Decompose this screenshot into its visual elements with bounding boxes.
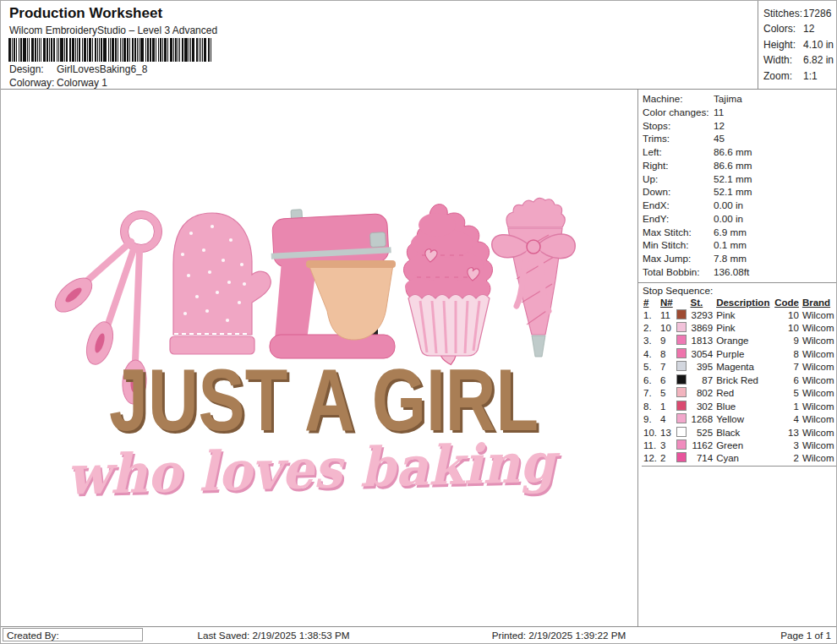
page-number: Page 1 of 1 <box>780 630 831 641</box>
stop-sequence-row: 9.41268Yellow4Wilcom <box>642 413 836 426</box>
page-title: Production Worksheet <box>9 5 162 22</box>
colorway-label: Colorway: <box>9 77 57 89</box>
stat-row: Stitches:17286 <box>758 6 836 21</box>
stop-sequence-row: 11.31162Green3Wilcom <box>642 439 836 452</box>
machine-info-row: EndY:0.00 in <box>643 212 836 226</box>
design-label: Design: <box>9 63 57 75</box>
thread-color-swatch <box>676 374 687 385</box>
last-saved-text: Last Saved: 2/19/2025 1:38:53 PM <box>145 630 402 641</box>
stand-mixer-art <box>269 205 396 358</box>
stop-sequence-row: 3.91813Orange9Wilcom <box>642 335 836 347</box>
stop-sequence-table: #N#St.DescriptionCodeBrand 1.113293Pink1… <box>642 297 836 467</box>
stop-sequence-row: 10.13525Black13Wilcom <box>642 427 836 439</box>
design-value: GirlLovesBaking6_8 <box>57 63 147 75</box>
design-preview: JUST A GIRL JUST A GIRL who loves baking… <box>1 90 637 626</box>
cupcake-art <box>404 205 493 367</box>
machine-info-list: Machine:TajimaColor changes:11Stops:12Tr… <box>638 90 836 281</box>
stop-sequence-row: 2.103869Pink10Wilcom <box>642 322 836 335</box>
stop-sequence-row: 8.1302Blue1Wilcom <box>642 401 836 413</box>
column-header: Code <box>773 297 801 309</box>
header: Production Worksheet Wilcom EmbroiderySt… <box>1 1 836 90</box>
column-header: # <box>642 297 659 309</box>
stop-sequence-row: 12.2714Cyan2Wilcom <box>642 452 836 466</box>
column-header: Description <box>714 297 773 309</box>
piping-bag-art <box>492 198 576 357</box>
machine-info-row: Color changes:11 <box>643 106 836 119</box>
thread-color-swatch <box>676 335 687 345</box>
thread-color-swatch <box>676 387 687 397</box>
machine-info-row: Down:52.1 mm <box>643 185 836 199</box>
oven-mitt-art <box>170 213 271 354</box>
machine-info-row: Min Stitch:0.1 mm <box>643 238 836 252</box>
stop-sequence-row: 7.5802Red5Wilcom <box>642 387 836 400</box>
machine-info-row: Total Bobbin:136.08ft <box>643 265 836 279</box>
column-header: N# <box>659 297 675 309</box>
machine-info-row: EndX:0.00 in <box>643 199 836 212</box>
colorway-row: Colorway:Colorway 1 <box>9 77 107 89</box>
stop-sequence-row: 4.83054Purple8Wilcom <box>642 348 836 361</box>
thread-color-swatch <box>676 348 687 358</box>
column-header: Brand <box>801 297 836 309</box>
stop-sequence-row: 5.7395Magenta7Wilcom <box>642 361 836 374</box>
machine-info-row: Trims:45 <box>643 132 836 145</box>
stat-row: Zoom:1:1 <box>758 68 836 84</box>
stop-sequence-row: 1.113293Pink10Wilcom <box>642 309 836 322</box>
machine-info-row: Stops:12 <box>643 119 836 133</box>
stop-sequence-title: Stop Sequence: <box>638 283 836 297</box>
thread-color-swatch <box>676 322 687 332</box>
stats-list: Stitches:17286Colors:12Height:4.10 inWid… <box>758 6 836 84</box>
design-text-script: who loves baking who loves baking <box>66 430 564 509</box>
thread-color-swatch <box>676 413 687 423</box>
printed-text: Printed: 2/19/2025 1:39:22 PM <box>432 630 686 641</box>
barcode-image <box>8 38 218 62</box>
stat-row: Height:4.10 in <box>758 37 836 52</box>
colorway-value: Colorway 1 <box>57 77 107 89</box>
created-by-field: Created By: <box>3 628 143 641</box>
machine-info-panel: Machine:TajimaColor changes:11Stops:12Tr… <box>637 90 836 626</box>
stat-row: Width:6.82 in <box>758 52 836 68</box>
thread-color-swatch <box>676 439 687 450</box>
thread-color-swatch <box>676 452 687 462</box>
design-name-row: Design:GirlLovesBaking6_8 <box>9 63 147 75</box>
machine-info-row: Left:86.6 mm <box>643 145 836 159</box>
thread-color-swatch <box>676 401 687 411</box>
machine-info-row: Up:52.1 mm <box>643 172 836 186</box>
machine-info-row: Max Stitch:6.9 mm <box>643 226 836 239</box>
stats-panel: Stitches:17286Colors:12Height:4.10 inWid… <box>758 1 836 89</box>
svg-text:who loves baking: who loves baking <box>66 430 562 506</box>
machine-info-row: Max Jump:7.8 mm <box>643 252 836 265</box>
column-header <box>675 297 688 309</box>
software-subtitle: Wilcom EmbroideryStudio – Level 3 Advanc… <box>9 25 217 36</box>
column-header: St. <box>689 297 715 309</box>
machine-info-row: Machine:Tajima <box>643 92 836 106</box>
stop-sequence-header-row: #N#St.DescriptionCodeBrand <box>642 297 836 309</box>
production-worksheet-page: Production Worksheet Wilcom EmbroiderySt… <box>0 0 837 644</box>
footer: Created By: Last Saved: 2/19/2025 1:38:5… <box>1 626 836 644</box>
thread-color-swatch <box>676 309 687 319</box>
thread-color-swatch <box>676 427 687 437</box>
machine-info-row: Right:86.6 mm <box>643 159 836 172</box>
thread-color-swatch <box>676 361 687 371</box>
stat-row: Colors:12 <box>758 21 836 36</box>
stop-sequence-row: 6.687Brick Red6Wilcom <box>642 374 836 387</box>
